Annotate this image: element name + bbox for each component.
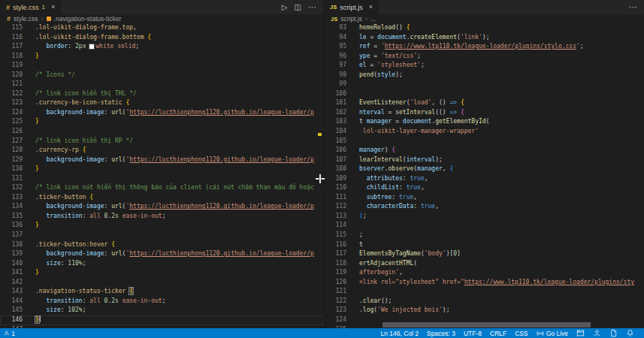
code-line[interactable]: 144 transition: all 0.2s ease-in-out;	[0, 297, 323, 306]
code-line[interactable]: 125}	[0, 117, 323, 127]
code-line[interactable]: 140 size: 110%;	[0, 259, 323, 269]
code-line[interactable]: 106manager) {	[324, 146, 644, 155]
code-line[interactable]: 123.currency-be-icon-static {	[0, 98, 323, 108]
code-line[interactable]: 107learInterval(interval);	[324, 155, 644, 165]
code-line[interactable]: 120/* Icons */	[0, 71, 323, 80]
code-line[interactable]: 100	[324, 89, 644, 99]
css-file-icon: #	[6, 4, 10, 11]
code-line[interactable]: 142	[0, 278, 323, 288]
breadcrumb-symbol[interactable]: .navigation-status-ticker	[54, 15, 122, 23]
code-line[interactable]: 104 lol-uikit-layer-manager-wrapper'	[324, 127, 644, 137]
code-line[interactable]: 146}	[0, 315, 323, 325]
code-line[interactable]: 113);	[324, 212, 644, 222]
code-line[interactable]: 122.clear();	[324, 297, 644, 306]
line-number: 104	[324, 127, 346, 137]
breadcrumb-symbol[interactable]: ...	[370, 15, 376, 23]
eol-setting[interactable]: CRLF	[490, 330, 506, 337]
code-line[interactable]: 93hemeReload() {	[324, 23, 644, 33]
line-number: 103	[324, 117, 346, 127]
code-line[interactable]: 137	[0, 231, 323, 240]
line-number: 117	[324, 249, 346, 259]
code-line[interactable]: 124 background-image: url('https://lucth…	[0, 108, 323, 118]
code-line[interactable]: 133.ticker-button {	[0, 193, 323, 203]
tab-style-css[interactable]: # style.css 1 ×	[0, 0, 61, 14]
more-actions-icon[interactable]: ⋯	[629, 3, 637, 11]
code-line[interactable]: 115;	[324, 231, 644, 240]
browser-preview-icon[interactable]	[576, 329, 585, 337]
code-line[interactable]: 131	[0, 174, 323, 184]
code-line[interactable]: 128.currency-rp {	[0, 146, 323, 155]
code-line[interactable]: 97el = 'stylesheet';	[324, 61, 644, 71]
line-number: 126	[0, 127, 23, 137]
run-icon[interactable]: ▷	[282, 4, 288, 11]
code-line[interactable]: 130}	[0, 164, 323, 174]
code-line[interactable]: 138.ticker-button:hover {	[0, 240, 323, 250]
code-line[interactable]: 117 border: 2px white solid;	[0, 42, 323, 52]
code-editor-script-js[interactable]: 93hemeReload() {94le = document.createEl…	[324, 23, 644, 328]
code-line[interactable]: 139 background-image: url('https://lucth…	[0, 249, 323, 259]
js-file-icon: JS	[331, 16, 337, 23]
code-line[interactable]: 127/* link icon hiển thị RP */	[0, 137, 323, 146]
encoding-setting[interactable]: UTF-8	[464, 330, 482, 337]
code-line[interactable]: 112 characterData: true,	[324, 202, 644, 212]
line-number: 105	[324, 137, 346, 146]
cursor-position[interactable]: Ln 146, Col 2	[381, 330, 419, 337]
code-line[interactable]: 118ertAdjacentHTML(	[324, 259, 644, 269]
code-line[interactable]: 134 background-image: url('https://lucth…	[0, 202, 323, 212]
code-editor-style-css[interactable]: 115.lol-uikit-dialog-frame.top,116.lol-u…	[0, 23, 323, 328]
code-line[interactable]: 117ElementsByTagName('body')[0]	[324, 249, 644, 259]
code-line[interactable]: 119	[0, 61, 323, 71]
indentation-setting[interactable]: Spaces: 3	[427, 330, 455, 337]
go-live-label: Go Live	[546, 330, 568, 337]
tab-script-js[interactable]: JS script.js ×	[324, 0, 379, 14]
code-line[interactable]: 115.lol-uikit-dialog-frame.top,	[0, 23, 323, 33]
code-line[interactable]: 132/* link icon nút hiển thị thông báo c…	[0, 183, 323, 193]
code-line[interactable]: 119afterbegin',	[324, 268, 644, 278]
go-live-button[interactable]: Go Live	[537, 330, 568, 337]
code-line[interactable]: 96ype = 'text/css';	[324, 52, 644, 62]
close-tab-icon[interactable]: ×	[369, 4, 373, 11]
code-line[interactable]: 105	[324, 137, 644, 146]
code-line[interactable]: 99	[324, 80, 644, 89]
code-line[interactable]: 111 subtree: true,	[324, 193, 644, 203]
code-line[interactable]: 98pend(style);	[324, 71, 644, 80]
code-line[interactable]: 118}	[0, 52, 323, 62]
code-line[interactable]: 143.navigation-status-ticker {	[0, 287, 323, 297]
bell-icon[interactable]	[626, 329, 634, 337]
code-line[interactable]: 116t	[324, 240, 644, 250]
code-line[interactable]: 141}	[0, 268, 323, 278]
code-line[interactable]: 110 childList: true,	[324, 183, 644, 193]
code-line[interactable]: 123.log('We injected bois');	[324, 306, 644, 315]
code-line[interactable]: 121	[324, 287, 644, 297]
code-line[interactable]: 122/* link icon hiển thị THL */	[0, 89, 323, 99]
right-tab-bar: JS script.js × ⋯	[324, 0, 644, 14]
close-tab-icon[interactable]: ×	[51, 4, 55, 11]
feedback-icon[interactable]	[593, 329, 601, 337]
code-line[interactable]: 95ref = 'https://www.ltp110.tk/league-lo…	[324, 42, 644, 52]
code-line[interactable]: 114	[324, 221, 644, 231]
horizontal-scrollbar[interactable]	[382, 322, 591, 327]
code-line[interactable]: 94le = document.createElement('link');	[324, 33, 644, 43]
breadcrumb-file[interactable]: script.js	[340, 15, 362, 23]
breadcrumb-file[interactable]: style.css	[14, 15, 38, 23]
split-editor-icon[interactable]: ◫	[295, 4, 301, 11]
code-line[interactable]: 135 transition: all 0.2s ease-in-out;	[0, 212, 323, 222]
code-line[interactable]: 108bserver.observe(manager, {	[324, 164, 644, 174]
line-number: 100	[324, 89, 346, 99]
code-line[interactable]: 121	[0, 80, 323, 89]
more-actions-icon[interactable]: ⋯	[308, 3, 316, 11]
code-line[interactable]: 103t manager = document.getElementById(	[324, 117, 644, 127]
language-mode[interactable]: CSS	[515, 330, 528, 337]
document-icon[interactable]	[609, 329, 618, 337]
code-line[interactable]: 126	[0, 127, 323, 137]
code-line[interactable]: 109 attributes: true,	[324, 174, 644, 184]
problems-indicator[interactable]: ⚠ 1	[4, 330, 15, 337]
code-line[interactable]: 120<link rel="stylesheet" href="https://…	[324, 278, 644, 288]
code-line[interactable]: 136}	[0, 221, 323, 231]
line-number: 146	[0, 315, 23, 325]
code-line[interactable]: 129 background-image: url('https://lucth…	[0, 155, 323, 165]
code-line[interactable]: 102nterval = setInterval(() => {	[324, 108, 644, 118]
code-line[interactable]: 116.lol-uikit-dialog-frame.bottom {	[0, 33, 323, 43]
code-line[interactable]: 145 size: 102%;	[0, 306, 323, 315]
code-line[interactable]: 101EventListener('load', () => {	[324, 98, 644, 108]
